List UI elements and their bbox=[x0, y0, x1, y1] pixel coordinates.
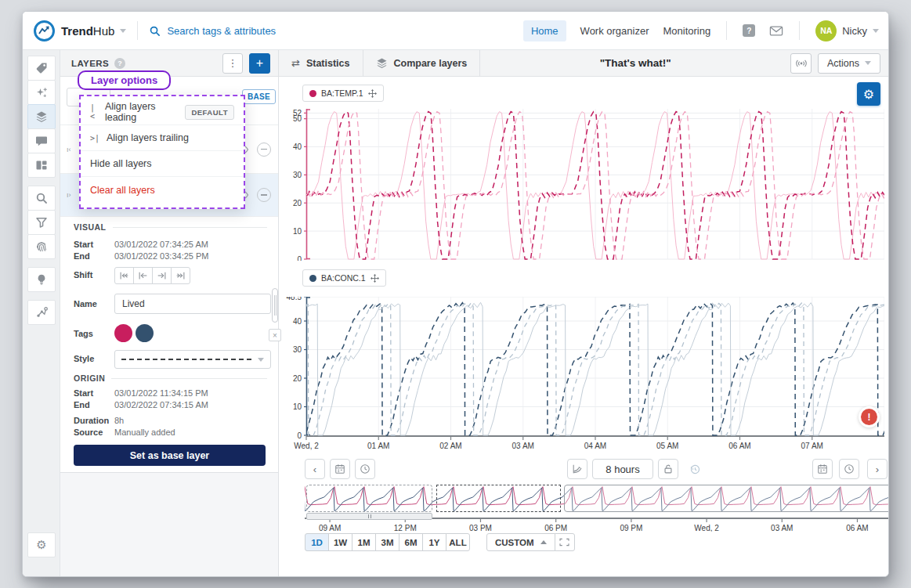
calendar-start-button[interactable] bbox=[330, 459, 350, 479]
nav-home[interactable]: Home bbox=[523, 20, 566, 41]
remove-layer-icon[interactable] bbox=[257, 188, 271, 202]
overview-scroll-handle[interactable] bbox=[306, 513, 432, 520]
live-mode-button[interactable] bbox=[790, 53, 812, 74]
svg-text:50: 50 bbox=[293, 114, 302, 123]
layers-icon bbox=[35, 110, 48, 123]
nav-work-organizer[interactable]: Work organizer bbox=[580, 25, 649, 37]
lock-duration-button[interactable] bbox=[658, 459, 678, 479]
user-menu[interactable]: NA Nicky bbox=[815, 20, 879, 41]
layer-options-button[interactable]: ⋮ bbox=[222, 53, 243, 74]
chart-ba-conc[interactable]: 48.5403020100Wed, 201 AM02 AM03 AM04 AM0… bbox=[280, 297, 884, 459]
overview-brush-2[interactable] bbox=[436, 485, 561, 512]
shift-start-button[interactable] bbox=[114, 267, 134, 284]
tag-color-dot[interactable] bbox=[136, 324, 154, 342]
search-input[interactable] bbox=[167, 25, 347, 37]
set-base-layer-button[interactable]: Set as base layer bbox=[74, 445, 266, 466]
source-label: Source bbox=[74, 427, 103, 437]
svg-text:Wed, 2: Wed, 2 bbox=[694, 524, 719, 532]
svg-text:48.5: 48.5 bbox=[287, 297, 302, 301]
user-name: Nicky bbox=[842, 25, 867, 37]
open-padlock-icon bbox=[663, 464, 674, 474]
tag-color-dot[interactable] bbox=[114, 324, 132, 342]
brand-chevron-down-icon[interactable] bbox=[120, 29, 126, 33]
svg-text:05 AM: 05 AM bbox=[656, 442, 678, 450]
rail-item-search[interactable] bbox=[27, 186, 56, 211]
mail-icon[interactable] bbox=[769, 26, 783, 36]
pan-left-button[interactable]: ‹ bbox=[305, 459, 325, 479]
shift-end-button[interactable] bbox=[171, 267, 190, 284]
range-1m[interactable]: 1M bbox=[352, 533, 376, 551]
alert-badge[interactable]: ! bbox=[859, 406, 880, 427]
panel-scrollbar-thumb[interactable] bbox=[272, 288, 278, 323]
select-region-button[interactable] bbox=[555, 533, 575, 551]
clear-name-icon[interactable]: × bbox=[269, 329, 281, 341]
settings-button[interactable]: ⚙ bbox=[27, 532, 56, 557]
remove-layer-icon[interactable] bbox=[257, 142, 271, 157]
chart-ba-temp[interactable]: 5250403020100 bbox=[280, 109, 884, 264]
menu-item-align-layers-trailing[interactable]: >|Align layers trailing bbox=[81, 125, 244, 151]
pan-right-button[interactable]: › bbox=[867, 459, 888, 479]
shift-left-icon bbox=[137, 270, 149, 281]
rail-item-dashboard[interactable] bbox=[27, 153, 56, 178]
origin-start-label: Start bbox=[74, 388, 93, 398]
timeline-overview[interactable]: 09 AM12 PM03 PM06 PM09 PMWed, 203 AM06 A… bbox=[305, 485, 889, 533]
legend-chip-conc[interactable]: BA:CONC.1 bbox=[302, 269, 386, 287]
move-icon[interactable] bbox=[371, 274, 379, 283]
rail-item-nodes[interactable] bbox=[27, 300, 56, 325]
chart-toolbar: ⇄ Statistics Compare layers "That's what… bbox=[279, 50, 888, 77]
origin-start-value: 03/01/2022 11:34:15 PM bbox=[114, 388, 208, 398]
shift-right-button[interactable] bbox=[152, 267, 172, 284]
range-6m[interactable]: 6M bbox=[399, 533, 423, 551]
compare-layers-button[interactable]: Compare layers bbox=[363, 50, 481, 77]
trendhub-logo-icon[interactable] bbox=[34, 20, 55, 41]
range-3m[interactable]: 3M bbox=[375, 533, 399, 551]
history-button[interactable] bbox=[685, 459, 705, 479]
rail-item-comment[interactable] bbox=[27, 128, 56, 153]
rail-item-tag[interactable] bbox=[27, 56, 56, 81]
series-name: BA:TEMP.1 bbox=[321, 88, 363, 98]
time-start-button[interactable] bbox=[355, 459, 375, 479]
menu-item-align-layers-leading[interactable]: |<Align layers leadingDEFAULT bbox=[81, 99, 244, 125]
time-end-button[interactable] bbox=[839, 459, 859, 479]
range-all[interactable]: ALL bbox=[446, 533, 470, 551]
menu-item-clear-all-layers[interactable]: Clear all layers bbox=[81, 177, 244, 203]
move-icon[interactable] bbox=[368, 89, 377, 98]
global-search[interactable] bbox=[149, 25, 347, 37]
chart-settings-button[interactable]: ⚙ bbox=[857, 82, 880, 106]
chevron-up-icon bbox=[540, 540, 547, 544]
layer-name-input[interactable] bbox=[114, 294, 271, 314]
range-1w[interactable]: 1W bbox=[328, 533, 352, 551]
actions-button[interactable]: Actions bbox=[818, 53, 880, 74]
calendar-end-button[interactable] bbox=[812, 459, 833, 479]
overview-brush-3[interactable] bbox=[564, 485, 889, 512]
rail-item-layers[interactable] bbox=[27, 104, 56, 129]
menu-item-hide-all-layers[interactable]: Hide all layers bbox=[81, 151, 244, 177]
svg-text:03 AM: 03 AM bbox=[512, 442, 534, 450]
statistics-button[interactable]: ⇄ Statistics bbox=[279, 50, 363, 77]
range-1d[interactable]: 1D bbox=[305, 533, 329, 551]
compare-scale-button[interactable] bbox=[567, 459, 587, 479]
svg-text:0: 0 bbox=[297, 431, 302, 440]
dashboard-icon bbox=[35, 159, 48, 171]
gear-icon: ⚙ bbox=[863, 87, 874, 102]
layers-panel: LAYERS ? ⋮ + BASE ı‹ ı› bbox=[60, 50, 279, 576]
shift-left-button[interactable] bbox=[133, 267, 153, 284]
add-layer-button[interactable]: + bbox=[249, 53, 270, 74]
rail-item-bulb[interactable] bbox=[27, 267, 56, 292]
line-style-select[interactable] bbox=[114, 350, 271, 369]
range-1y[interactable]: 1Y bbox=[422, 533, 446, 551]
rail-item-funnel[interactable] bbox=[27, 210, 56, 235]
duration-button[interactable]: 8 hours bbox=[592, 459, 653, 479]
overview-brush-1[interactable] bbox=[306, 485, 432, 512]
rail-item-fingerprint[interactable] bbox=[27, 234, 56, 259]
swap-arrows-icon: ⇄ bbox=[291, 57, 300, 69]
custom-range-button[interactable]: CUSTOM bbox=[486, 533, 555, 551]
shift-button-group bbox=[114, 267, 190, 284]
nav-monitoring[interactable]: Monitoring bbox=[663, 25, 711, 37]
menu-item-label: Align layers leading bbox=[105, 101, 177, 123]
help-icon[interactable]: ? bbox=[743, 24, 755, 37]
calendar-icon bbox=[334, 464, 345, 474]
layers-help-icon[interactable]: ? bbox=[114, 58, 125, 69]
legend-chip-temp[interactable]: BA:TEMP.1 bbox=[302, 85, 384, 102]
rail-item-sparkles[interactable] bbox=[27, 80, 56, 105]
